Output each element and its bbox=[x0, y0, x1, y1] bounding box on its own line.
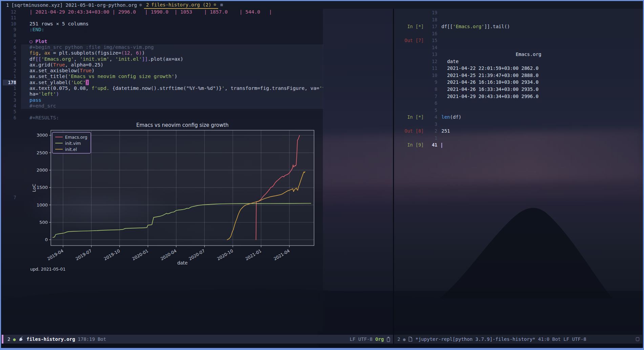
line-number: 11 bbox=[426, 65, 437, 72]
tab-label: files-history.org (2) bbox=[151, 2, 211, 7]
repl-prompt-label bbox=[394, 93, 426, 100]
line-number: 3 bbox=[3, 97, 16, 103]
svg-text:2020-10: 2020-10 bbox=[216, 248, 234, 261]
line-text: | 2021-04-29 20:43:34+03:00 | 2996.0 | 1… bbox=[21, 9, 323, 15]
line-number: 6 bbox=[426, 100, 437, 107]
code-line: 10251 rows × 5 columns bbox=[3, 21, 393, 27]
svg-text:2500: 2500 bbox=[37, 150, 48, 155]
svg-text:LoC: LoC bbox=[32, 184, 37, 192]
line-text: ax.set_axisbelow(True) bbox=[21, 68, 323, 74]
svg-text:1000: 1000 bbox=[37, 202, 48, 208]
repl-line: 11 2021-04-22 22:01:59+03:00 2862.0 bbox=[394, 65, 642, 72]
line-text: df[['Emacs.org']].tail() bbox=[441, 23, 510, 30]
line-number: 4 bbox=[426, 114, 437, 121]
org-buffer[interactable]: 12| 2021-04-29 20:43:34+03:00 | 2996.0 |… bbox=[3, 9, 393, 274]
line-number: 5 bbox=[426, 107, 437, 114]
code-line: 3pass bbox=[3, 97, 393, 103]
repl-prompt-label: Out [7] bbox=[394, 37, 426, 44]
line-number: 16 bbox=[426, 30, 437, 37]
tab-org-python[interactable]: 1 [sqrtminusone.xyz] 2021-05-01-org-pyth… bbox=[4, 1, 144, 9]
repl-line: 13 Emacs.org bbox=[394, 51, 642, 58]
line-number: 178 bbox=[3, 80, 16, 85]
tab-bar: 1 [sqrtminusone.xyz] 2021-05-01-org-pyth… bbox=[1, 1, 643, 9]
line-number: 8 bbox=[3, 33, 16, 38]
line-text bbox=[21, 33, 323, 38]
repl-prompt-label: In [*] bbox=[394, 23, 426, 30]
inline-image-line: 7 0500100015002000250030002019-042019-07… bbox=[3, 121, 393, 274]
repl-line: 12 date bbox=[394, 58, 642, 65]
code-line: 7○ Plot bbox=[3, 39, 393, 44]
line-text: 2021-04-29 20:43:34+03:00 2996.0 bbox=[441, 93, 539, 100]
tab-close-icon[interactable]: ⊗ bbox=[139, 2, 142, 7]
repl-prompt-label bbox=[394, 16, 426, 23]
repl-prompt-label bbox=[394, 9, 426, 16]
org-buffer-lines: 12| 2021-04-29 20:43:34+03:00 | 2996.0 |… bbox=[3, 9, 393, 121]
svg-text:upd. 2021-05-01: upd. 2021-05-01 bbox=[30, 267, 65, 272]
repl-line: 3 bbox=[394, 121, 642, 128]
line-text: 251 rows × 5 columns bbox=[21, 21, 323, 27]
battery-icon bbox=[387, 336, 390, 342]
line-number: 10 bbox=[3, 21, 16, 27]
repl-line: 16 bbox=[394, 30, 642, 37]
tab-files-history[interactable]: 2 files-history.org (2) ⊗ bbox=[144, 1, 218, 9]
line-number: 7 bbox=[3, 39, 16, 44]
repl-line: 10 2021-04-25 21:39:47+03:00 2888.0 bbox=[394, 72, 642, 79]
cursor-position: 41:0 bbox=[538, 336, 549, 342]
svg-text:2020-07: 2020-07 bbox=[188, 248, 206, 261]
line-text: 2021-04-25 21:39:47+03:00 2888.0 bbox=[441, 72, 539, 79]
repl-line: In [9]41 bbox=[394, 141, 642, 149]
code-line: 5 bbox=[3, 109, 393, 115]
code-line: 2ax.set_axisbelow(True) bbox=[3, 68, 393, 74]
repl-prompt-label bbox=[394, 86, 426, 93]
new-tab-icon[interactable]: ⊞ bbox=[220, 2, 223, 7]
repl-prompt-label bbox=[394, 44, 426, 51]
buffer-name[interactable]: files-history.org bbox=[26, 336, 75, 342]
line-text bbox=[441, 141, 442, 149]
line-number: 17 bbox=[426, 23, 437, 30]
buffer-state-icon: ● bbox=[403, 337, 406, 342]
repl-prompt-label bbox=[394, 79, 426, 86]
tab-index: 2 bbox=[146, 2, 149, 7]
modeline-jupyter: 2 ● *jupyter-repl[python 3.7.9]-files-hi… bbox=[394, 335, 642, 344]
line-number: 6 bbox=[3, 115, 16, 121]
repl-line: 6 bbox=[394, 100, 642, 107]
buffer-name[interactable]: *jupyter-repl[python 3.7.9]-files-histor… bbox=[415, 336, 535, 342]
line-text: #+begin_src python :file img/emacs-vim.p… bbox=[21, 44, 323, 50]
repl-line: In [*]4len(df) bbox=[394, 114, 642, 121]
line-text: #+end_src bbox=[21, 103, 323, 109]
repl-line: 14 bbox=[394, 44, 642, 51]
echo-area[interactable] bbox=[1, 344, 643, 348]
repl-line: Out [7]15 bbox=[394, 37, 642, 44]
code-line: 12| 2021-04-29 20:43:34+03:00 | 2996.0 |… bbox=[3, 9, 393, 15]
svg-text:0: 0 bbox=[45, 237, 48, 242]
line-number: 2 bbox=[3, 91, 16, 97]
line-number: 3 bbox=[3, 62, 16, 68]
window-divider[interactable] bbox=[393, 9, 394, 341]
line-text bbox=[21, 15, 323, 21]
major-mode-indicator[interactable]: Org bbox=[375, 336, 384, 342]
repl-prompt-label bbox=[394, 107, 426, 114]
line-text: 2021-04-22 22:01:59+03:00 2862.0 bbox=[441, 65, 539, 72]
line-text: 2021-04-26 16:33:34+03:00 2935.0 bbox=[441, 86, 539, 93]
code-line: 178ax.set_ylabel('LoC') bbox=[3, 80, 393, 85]
svg-text:init.el: init.el bbox=[65, 147, 77, 152]
tab-close-icon[interactable]: ⊗ bbox=[214, 2, 216, 7]
line-text: ax.text(0.075, 0.08, f'upd. {datetime.no… bbox=[21, 85, 323, 91]
line-number: 11 bbox=[3, 15, 16, 21]
repl-prompt-label bbox=[394, 100, 426, 107]
line-number: 3 bbox=[426, 121, 437, 128]
repl-line: 8 2021-04-26 16:33:34+03:00 2935.0 bbox=[394, 86, 642, 93]
scroll-indicator: Bot bbox=[98, 336, 106, 342]
scroll-indicator: Bot bbox=[552, 336, 561, 342]
svg-text:2000: 2000 bbox=[37, 168, 48, 173]
svg-text:2021-01: 2021-01 bbox=[244, 248, 262, 261]
repl-prompt-label bbox=[394, 58, 426, 65]
line-number: 14 bbox=[426, 44, 437, 51]
jupyter-repl-buffer[interactable]: 1918In [*]17df[['Emacs.org']].tail()16Ou… bbox=[394, 9, 642, 149]
code-line: 11 bbox=[3, 15, 393, 21]
block-cursor: ) bbox=[86, 80, 89, 85]
line-number: 4 bbox=[3, 56, 16, 62]
line-number: 7 bbox=[3, 195, 16, 200]
line-text: ha='left') bbox=[21, 91, 323, 97]
line-text: df[['Emacs.org', 'init.vim', 'init.el']]… bbox=[21, 56, 323, 62]
